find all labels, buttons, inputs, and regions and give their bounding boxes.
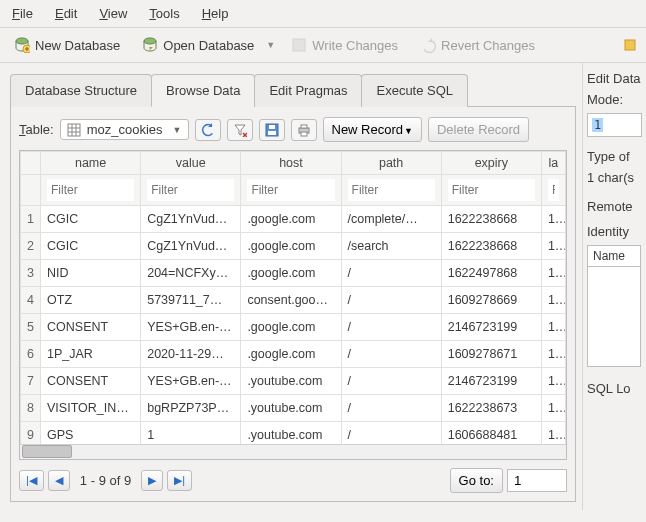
cell-last[interactable]: 16 bbox=[541, 395, 565, 422]
cell-path[interactable]: /search bbox=[341, 233, 441, 260]
table-row[interactable]: 3NID204=NCFXy….google.com/162249786816 bbox=[21, 260, 566, 287]
filter-value[interactable] bbox=[147, 179, 234, 201]
cell-last[interactable]: 16 bbox=[541, 260, 565, 287]
cell-name[interactable]: OTZ bbox=[41, 287, 141, 314]
cell-path[interactable]: / bbox=[341, 395, 441, 422]
row-number: 1 bbox=[21, 206, 41, 233]
next-page-button[interactable]: ▶ bbox=[141, 470, 163, 491]
cell-value[interactable]: 204=NCFXy… bbox=[141, 260, 241, 287]
open-database-button[interactable]: Open Database bbox=[136, 34, 260, 56]
refresh-button[interactable] bbox=[195, 119, 221, 141]
cell-expiry[interactable]: 1622497868 bbox=[441, 260, 541, 287]
goto-button[interactable]: Go to: bbox=[450, 468, 503, 493]
column-header-host[interactable]: host bbox=[241, 152, 341, 175]
tab-execute-sql[interactable]: Execute SQL bbox=[361, 74, 468, 107]
menu-view[interactable]: View bbox=[95, 4, 131, 23]
cell-name[interactable]: NID bbox=[41, 260, 141, 287]
table-row[interactable]: 4OTZ5739711_7…consent.goo…/160927866916 bbox=[21, 287, 566, 314]
table-row[interactable]: 1CGICCgZ1YnVud….google.com/complete/…162… bbox=[21, 206, 566, 233]
column-header-value[interactable]: value bbox=[141, 152, 241, 175]
cell-path[interactable]: / bbox=[341, 341, 441, 368]
cell-host[interactable]: .google.com bbox=[241, 314, 341, 341]
cell-name[interactable]: CONSENT bbox=[41, 368, 141, 395]
cell-value[interactable]: CgZ1YnVud… bbox=[141, 206, 241, 233]
cell-last[interactable]: 16 bbox=[541, 368, 565, 395]
cell-path[interactable]: / bbox=[341, 260, 441, 287]
cell-last[interactable]: 16 bbox=[541, 206, 565, 233]
menu-file[interactable]: File bbox=[8, 4, 37, 23]
cell-value[interactable]: 5739711_7… bbox=[141, 287, 241, 314]
cell-host[interactable]: consent.goo… bbox=[241, 287, 341, 314]
cell-last[interactable]: 16 bbox=[541, 314, 565, 341]
cell-value[interactable]: bgRPZP73P… bbox=[141, 395, 241, 422]
table-select[interactable]: moz_cookies ▼ bbox=[60, 119, 189, 140]
cell-name[interactable]: CGIC bbox=[41, 233, 141, 260]
column-header-path[interactable]: path bbox=[341, 152, 441, 175]
cell-expiry[interactable]: 1622238668 bbox=[441, 233, 541, 260]
cell-expiry[interactable]: 1609278671 bbox=[441, 341, 541, 368]
cell-value[interactable]: YES+GB.en-… bbox=[141, 368, 241, 395]
menu-help[interactable]: Help bbox=[198, 4, 233, 23]
cell-last[interactable]: 16 bbox=[541, 233, 565, 260]
cell-value[interactable]: YES+GB.en-… bbox=[141, 314, 241, 341]
cell-path[interactable]: / bbox=[341, 368, 441, 395]
table-row[interactable]: 2CGICCgZ1YnVud….google.com/search1622238… bbox=[21, 233, 566, 260]
cell-expiry[interactable]: 2146723199 bbox=[441, 368, 541, 395]
cell-host[interactable]: .google.com bbox=[241, 233, 341, 260]
identity-name-header[interactable]: Name bbox=[587, 245, 641, 267]
cell-last[interactable]: 16 bbox=[541, 287, 565, 314]
cell-name[interactable]: 1P_JAR bbox=[41, 341, 141, 368]
tab-database-structure[interactable]: Database Structure bbox=[10, 74, 152, 107]
filter-host[interactable] bbox=[247, 179, 334, 201]
tab-browse-data[interactable]: Browse Data bbox=[151, 74, 255, 107]
clear-filter-button[interactable] bbox=[227, 119, 253, 141]
last-page-button[interactable]: ▶| bbox=[167, 470, 192, 491]
toolbar-extra-icon[interactable] bbox=[622, 37, 638, 53]
table-row[interactable]: 5CONSENTYES+GB.en-….google.com/214672319… bbox=[21, 314, 566, 341]
new-database-button[interactable]: New Database bbox=[8, 34, 126, 56]
cell-host[interactable]: .google.com bbox=[241, 260, 341, 287]
cell-host[interactable]: .google.com bbox=[241, 341, 341, 368]
tab-edit-pragmas[interactable]: Edit Pragmas bbox=[254, 74, 362, 107]
column-header-rownum[interactable] bbox=[21, 152, 41, 175]
menu-edit[interactable]: Edit bbox=[51, 4, 81, 23]
cell-name[interactable]: VISITOR_INF… bbox=[41, 395, 141, 422]
cell-name[interactable]: CONSENT bbox=[41, 314, 141, 341]
filter-expiry[interactable] bbox=[448, 179, 535, 201]
column-header-last[interactable]: la bbox=[541, 152, 565, 175]
cell-expiry[interactable]: 1609278669 bbox=[441, 287, 541, 314]
table-row[interactable]: 7CONSENTYES+GB.en-….youtube.com/21467231… bbox=[21, 368, 566, 395]
prev-page-button[interactable]: ◀ bbox=[48, 470, 70, 491]
cell-host[interactable]: .google.com bbox=[241, 206, 341, 233]
cell-last[interactable]: 16 bbox=[541, 341, 565, 368]
cell-host[interactable]: .youtube.com bbox=[241, 395, 341, 422]
cell-path[interactable]: / bbox=[341, 287, 441, 314]
cell-host[interactable]: .youtube.com bbox=[241, 368, 341, 395]
new-record-button[interactable]: New Record▼ bbox=[323, 117, 422, 142]
table-row[interactable]: 61P_JAR2020-11-29….google.com/1609278671… bbox=[21, 341, 566, 368]
cell-expiry[interactable]: 1622238673 bbox=[441, 395, 541, 422]
filter-last[interactable] bbox=[548, 179, 559, 201]
horizontal-scrollbar[interactable] bbox=[20, 444, 566, 459]
menu-tools[interactable]: Tools bbox=[145, 4, 183, 23]
goto-input[interactable] bbox=[507, 469, 567, 492]
open-database-dropdown[interactable]: ▼ bbox=[266, 40, 275, 50]
edit-value-box[interactable]: 1 bbox=[587, 113, 642, 137]
print-button[interactable] bbox=[291, 119, 317, 141]
cell-expiry[interactable]: 1622238668 bbox=[441, 206, 541, 233]
cell-value[interactable]: CgZ1YnVud… bbox=[141, 233, 241, 260]
cell-path[interactable]: / bbox=[341, 314, 441, 341]
save-button[interactable] bbox=[259, 119, 285, 141]
revert-changes-button: Revert Changes bbox=[414, 34, 541, 56]
filter-name[interactable] bbox=[47, 179, 134, 201]
table-row[interactable]: 8VISITOR_INF…bgRPZP73P….youtube.com/1622… bbox=[21, 395, 566, 422]
column-header-name[interactable]: name bbox=[41, 152, 141, 175]
cell-expiry[interactable]: 2146723199 bbox=[441, 314, 541, 341]
cell-value[interactable]: 2020-11-29… bbox=[141, 341, 241, 368]
cell-name[interactable]: CGIC bbox=[41, 206, 141, 233]
first-page-button[interactable]: |◀ bbox=[19, 470, 44, 491]
cell-path[interactable]: /complete/… bbox=[341, 206, 441, 233]
filter-path[interactable] bbox=[348, 179, 435, 201]
column-header-expiry[interactable]: expiry bbox=[441, 152, 541, 175]
row-number: 5 bbox=[21, 314, 41, 341]
